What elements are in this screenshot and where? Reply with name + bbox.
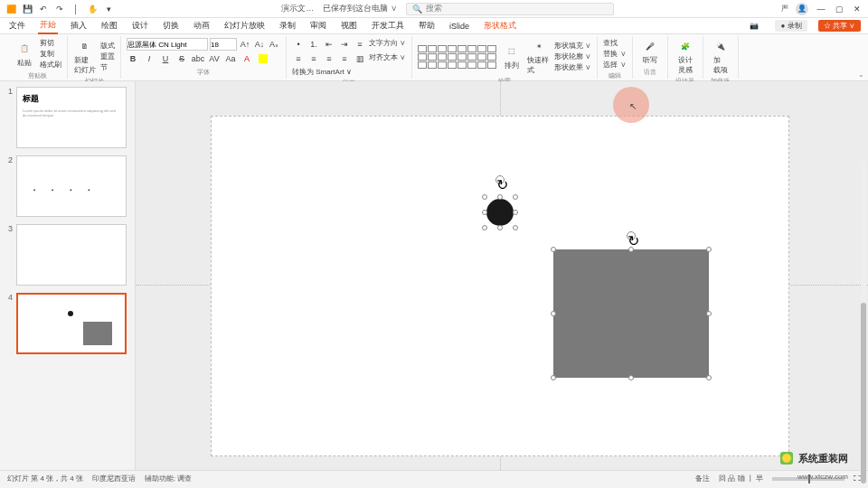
tab-draw[interactable]: 绘图 <box>99 18 119 33</box>
qat-more-icon[interactable]: ▾ <box>103 4 114 14</box>
collapse-ribbon-icon[interactable]: ⌄ <box>858 70 864 79</box>
thumb-4[interactable]: 4 <box>4 293 131 354</box>
clear-format-icon[interactable]: Aₓ <box>268 38 280 51</box>
indent-dec-icon[interactable]: ⇤ <box>323 38 335 51</box>
undo-icon[interactable]: ↶ <box>38 4 49 14</box>
record-button[interactable]: ● 录制 <box>775 20 807 32</box>
search-input[interactable]: 🔍 搜索 <box>406 3 614 15</box>
scrollbar-thumb[interactable] <box>861 303 866 483</box>
shape-outline-button[interactable]: 形状轮廓 ∨ <box>554 52 591 61</box>
autosave-status[interactable]: 已保存到这台电脑 ∨ <box>323 3 397 14</box>
user-avatar[interactable]: 👤 <box>796 3 808 15</box>
tab-home[interactable]: 开始 <box>38 17 58 34</box>
decrease-font-icon[interactable]: A↓ <box>253 38 266 51</box>
highlight-button[interactable] <box>257 52 269 65</box>
rotate-handle-icon[interactable]: ↻ <box>627 231 636 240</box>
redo-icon[interactable]: ↷ <box>54 4 65 14</box>
touch-mode-icon[interactable]: ✋ <box>87 4 98 14</box>
tab-islide[interactable]: iSlide <box>448 20 471 33</box>
group-drawing: ⬚排列 ✴快速样式 形状填充 ∨ 形状轮廓 ∨ 形状效果 ∨ 绘图 <box>412 36 598 79</box>
replace-button[interactable]: 替换 ∨ <box>603 49 626 59</box>
shape-rectangle[interactable] <box>553 249 709 378</box>
section-button[interactable]: 节 <box>100 62 115 72</box>
arrange-button[interactable]: ⬚排列 <box>500 43 524 70</box>
reset-button[interactable]: 重置 <box>100 52 115 61</box>
designer-button[interactable]: 🧩设计 灵感 <box>674 38 697 75</box>
dictate-button[interactable]: 🎤听写 <box>638 38 662 65</box>
tab-shape-format[interactable]: 形状格式 <box>482 18 518 33</box>
accessibility-indicator[interactable]: 辅助功能: 调查 <box>145 474 192 483</box>
columns-icon[interactable]: ▥ <box>354 52 366 65</box>
format-painter-button[interactable]: 格式刷 <box>40 60 61 70</box>
rect-selection[interactable]: ↻ <box>553 249 709 378</box>
numbering-icon[interactable]: 1. <box>307 38 320 51</box>
strike-button[interactable]: S <box>175 52 188 65</box>
document-name[interactable]: 演示文… <box>281 3 314 14</box>
select-button[interactable]: 选择 ∨ <box>603 60 626 70</box>
thumb-3[interactable]: 3 <box>4 224 131 286</box>
case-button[interactable]: Aa <box>224 52 237 65</box>
camera-button[interactable]: 📷 <box>744 21 764 31</box>
tab-design[interactable]: 设计 <box>130 18 150 33</box>
view-buttons[interactable]: 回 品 聏 丨 早 <box>719 474 763 483</box>
language-indicator[interactable]: 印度尼西亚语 <box>92 474 136 483</box>
new-slide-button[interactable]: 🗎新建 幻灯片 <box>73 38 97 75</box>
smartart-button[interactable]: 转换为 SmartArt ∨ <box>292 67 352 77</box>
paste-button[interactable]: 📋粘贴 <box>13 41 36 68</box>
font-name-combo[interactable] <box>127 38 208 51</box>
tab-devtools[interactable]: 开发工具 <box>370 18 406 33</box>
layout-button[interactable]: 版式 <box>100 41 115 51</box>
tab-slideshow[interactable]: 幻灯片放映 <box>222 18 267 33</box>
text-direction-button[interactable]: 文字方向 ∨ <box>369 38 406 51</box>
tab-animations[interactable]: 动画 <box>192 18 212 33</box>
shape-fill-button[interactable]: 形状填充 ∨ <box>554 41 591 51</box>
circle-selection[interactable]: ↻ <box>485 197 515 228</box>
align-right-icon[interactable]: ≡ <box>323 52 335 65</box>
notes-button[interactable]: 备注 <box>695 474 710 483</box>
find-button[interactable]: 查找 <box>603 38 618 48</box>
tab-view[interactable]: 视图 <box>339 18 359 33</box>
minimize-icon[interactable]: — <box>816 4 826 14</box>
fit-window-icon[interactable]: ⛶ <box>854 474 861 483</box>
copy-button[interactable]: 复制 <box>40 49 61 59</box>
quick-styles-button[interactable]: ✴快速样式 <box>527 38 551 75</box>
tab-record[interactable]: 录制 <box>278 18 297 33</box>
cut-button[interactable]: 剪切 <box>40 38 61 48</box>
quick-access-toolbar: 🟧 💾 ↶ ↷ │ ✋ ▾ <box>5 4 114 14</box>
app-icon: 🟧 <box>5 4 16 14</box>
shadow-button[interactable]: abc <box>192 52 204 65</box>
slide-canvas[interactable]: ↖ ↻ ↻ <box>136 81 868 470</box>
tab-help[interactable]: 帮助 <box>417 18 437 33</box>
font-size-combo[interactable] <box>210 38 237 51</box>
bold-button[interactable]: B <box>127 52 139 65</box>
tab-review[interactable]: 审阅 <box>308 18 328 33</box>
indent-inc-icon[interactable]: ⇥ <box>338 38 351 51</box>
shape-effects-button[interactable]: 形状效果 ∨ <box>554 62 591 72</box>
align-text-button[interactable]: 对齐文本 ∨ <box>369 52 406 65</box>
line-spacing-icon[interactable]: ≡ <box>354 38 366 51</box>
bullets-icon[interactable]: • <box>292 38 305 51</box>
maximize-icon[interactable]: ▢ <box>834 4 844 14</box>
thumb-2[interactable]: 2 •••• <box>4 155 131 217</box>
align-left-icon[interactable]: ≡ <box>292 52 305 65</box>
italic-button[interactable]: I <box>143 52 156 65</box>
save-icon[interactable]: 💾 <box>22 4 33 14</box>
shape-circle[interactable] <box>486 199 514 226</box>
addins-button[interactable]: 🔌加 载项 <box>709 38 732 75</box>
tab-insert[interactable]: 插入 <box>69 18 89 33</box>
increase-font-icon[interactable]: A↑ <box>239 38 251 51</box>
tab-transitions[interactable]: 切换 <box>161 18 181 33</box>
shapes-gallery[interactable] <box>418 45 496 69</box>
slide-indicator[interactable]: 幻灯片 第 4 张，共 4 张 <box>7 474 83 483</box>
close-icon[interactable]: ✕ <box>852 4 863 14</box>
vertical-scrollbar[interactable] <box>861 163 866 452</box>
font-color-button[interactable]: A <box>241 52 253 65</box>
spacing-button[interactable]: AV <box>208 52 221 65</box>
align-center-icon[interactable]: ≡ <box>307 52 320 65</box>
tab-file[interactable]: 文件 <box>7 18 27 33</box>
justify-icon[interactable]: ≡ <box>338 52 351 65</box>
rotate-handle-icon[interactable]: ↻ <box>495 175 505 184</box>
thumb-1[interactable]: 1 标题Lorem ipsum dolor sit amet consectet… <box>4 87 131 148</box>
underline-button[interactable]: U <box>159 52 172 65</box>
share-button[interactable]: ☆ 共享 ∨ <box>818 20 861 32</box>
